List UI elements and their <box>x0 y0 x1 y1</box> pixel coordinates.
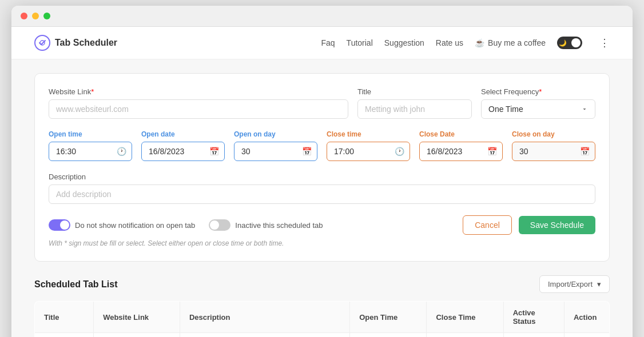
col-action: Action <box>564 302 609 333</box>
description-label: Description <box>49 172 595 181</box>
toggle1-label: Do not show notification on open tab <box>75 221 195 230</box>
col-open-time: Open Time <box>350 302 427 333</box>
clock-icon: 🕐 <box>117 147 126 156</box>
notification-toggle[interactable] <box>49 219 70 231</box>
open-date-input-wrapper: 📅 <box>141 142 225 161</box>
chevron-down-icon: ▾ <box>597 280 601 288</box>
open-time-input-wrapper: 🕐 <box>49 142 132 161</box>
list-section: Scheduled Tab List Import/Export ▾ Title… <box>34 275 610 337</box>
list-title: Scheduled Tab List <box>34 279 118 290</box>
close-day-input-wrapper: 📅 <box>512 142 595 161</box>
required-star: * <box>91 87 94 96</box>
list-header: Scheduled Tab List Import/Export ▾ <box>34 275 610 293</box>
calendar-close-icon: 📅 <box>487 147 497 156</box>
frequency-field-group: Select Frequency* One Time Everyday Cust… <box>481 87 595 119</box>
theme-toggle[interactable]: 🌙 <box>557 37 582 49</box>
import-export-button[interactable]: Import/Export ▾ <box>539 275 610 293</box>
toggle2-group: Inactive this scheduled tab <box>209 219 323 231</box>
nav-links: Faq Tutorial Suggestion Rate us ☕ Buy me… <box>321 37 610 49</box>
calendar-open-day-icon: 📅 <box>302 147 312 156</box>
main-content: Website Link* Title Select Frequency* <box>11 59 633 337</box>
more-menu-icon[interactable]: ⋮ <box>599 37 610 49</box>
table-row: schedule title www.websiteurl.com Lorem … <box>35 333 610 338</box>
row1-open-time: Everyday, 10:30 AM <box>350 333 427 338</box>
close-time-input-wrapper: 🕐 <box>327 142 410 161</box>
form-actions: Cancel Save Schedule <box>463 215 595 235</box>
col-website: Website Link <box>94 302 180 333</box>
close-time-label: Close time <box>327 130 410 138</box>
title-input[interactable] <box>357 99 472 119</box>
table-head: Title Website Link Description Open Time… <box>35 302 610 333</box>
logo: Tab Scheduler <box>34 35 321 51</box>
clock-close-icon: 🕐 <box>395 147 404 156</box>
form-row-1: Website Link* Title Select Frequency* <box>49 87 595 119</box>
schedule-table: Title Website Link Description Open Time… <box>34 301 610 337</box>
close-date-label: Close Date <box>419 130 503 138</box>
open-date-label: Open date <box>141 130 225 138</box>
row1-actions: ✏️ 🗑️ <box>564 333 609 338</box>
buy-coffee[interactable]: ☕ Buy me a coffee <box>475 38 546 47</box>
open-time-label: Open time <box>49 130 132 138</box>
website-label: Website Link* <box>49 87 348 96</box>
calendar-open-icon: 📅 <box>209 147 219 156</box>
form-hint: With * sign must be fill or select. Sele… <box>49 239 595 247</box>
close-day-label: Close on day <box>512 130 595 138</box>
nav-suggestion[interactable]: Suggestion <box>384 38 424 47</box>
cancel-button[interactable]: Cancel <box>463 215 512 235</box>
toggle2-knob <box>210 220 219 230</box>
form-card: Website Link* Title Select Frequency* <box>34 73 610 262</box>
close-day-group: Close on day 📅 <box>512 130 595 161</box>
col-description: Description <box>180 302 349 333</box>
navbar: Tab Scheduler Faq Tutorial Suggestion Ra… <box>11 27 633 59</box>
close-time-group: Close time 🕐 <box>327 130 410 161</box>
row1-close-time: Everyday, 11:30 AM <box>427 333 503 338</box>
open-time-group: Open time 🕐 <box>49 130 132 161</box>
open-day-input-wrapper: 📅 <box>234 142 317 161</box>
row1-link: www.websiteurl.com <box>94 333 180 338</box>
nav-rate-us[interactable]: Rate us <box>436 38 463 47</box>
col-close-time: Close Time <box>427 302 503 333</box>
website-field-group: Website Link* <box>49 87 348 119</box>
logo-text: Tab Scheduler <box>55 38 117 48</box>
buy-coffee-label: Buy me a coffee <box>488 38 546 47</box>
nav-tutorial[interactable]: Tutorial <box>347 38 373 47</box>
row1-title: schedule title <box>35 333 94 338</box>
table-body: schedule title www.websiteurl.com Lorem … <box>35 333 610 338</box>
toggle2-label: Inactive this scheduled tab <box>235 221 323 230</box>
close-date-group: Close Date 📅 <box>419 130 503 161</box>
import-export-label: Import/Export <box>548 280 593 288</box>
minimize-dot[interactable] <box>32 13 39 19</box>
inactive-toggle[interactable] <box>209 219 230 231</box>
col-active-status: Active Status <box>503 302 564 333</box>
frequency-label: Select Frequency* <box>481 87 595 96</box>
website-input[interactable] <box>49 99 348 119</box>
app-body: Tab Scheduler Faq Tutorial Suggestion Ra… <box>11 27 633 337</box>
title-field-group: Title <box>357 87 472 119</box>
nav-faq[interactable]: Faq <box>321 38 335 47</box>
logo-icon <box>34 35 50 51</box>
open-date-group: Open date 📅 <box>141 130 225 161</box>
app-window: Tab Scheduler Faq Tutorial Suggestion Ra… <box>11 6 633 337</box>
frequency-select[interactable]: One Time Everyday Custom <box>481 99 595 119</box>
form-row-2: Open time 🕐 Open date 📅 <box>49 130 595 161</box>
close-dot[interactable] <box>21 13 27 19</box>
table-header-row: Title Website Link Description Open Time… <box>35 302 610 333</box>
save-schedule-button[interactable]: Save Schedule <box>519 216 595 234</box>
open-day-label: Open on day <box>234 130 317 138</box>
coffee-icon: ☕ <box>475 38 484 47</box>
toggle1-knob <box>60 220 69 230</box>
title-bar <box>11 6 633 27</box>
description-section: Description <box>49 172 595 204</box>
title-label: Title <box>357 87 472 96</box>
maximize-dot[interactable] <box>43 13 50 19</box>
toggle1-group: Do not show notification on open tab <box>49 219 195 231</box>
calendar-close-day-icon: 📅 <box>580 147 590 156</box>
form-footer: Do not show notification on open tab Ina… <box>49 215 595 235</box>
description-input[interactable] <box>49 184 595 204</box>
open-day-group: Open on day 📅 <box>234 130 317 161</box>
row1-description: Lorem ipsum dolor sit amet consectetur a… <box>180 333 349 338</box>
close-date-input-wrapper: 📅 <box>419 142 503 161</box>
col-title: Title <box>35 302 94 333</box>
row1-status: Active <box>503 333 564 338</box>
theme-toggle-knob <box>571 38 581 47</box>
